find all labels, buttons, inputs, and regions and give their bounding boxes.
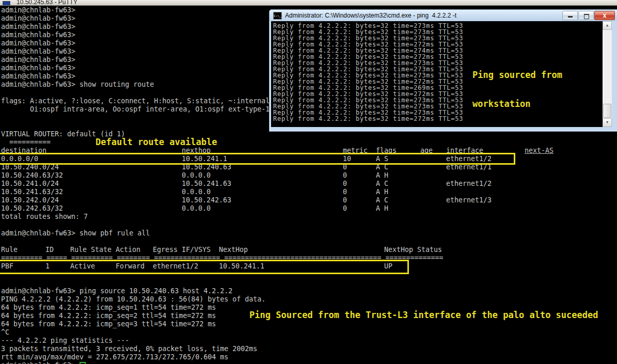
annotation-workstation-ping: Ping sourced from workstation [472,51,562,118]
virtual-router-separator: ========== [1,138,51,147]
cmd-window-title: Administrator: C:\Windows\system32\cmd.e… [285,12,456,19]
command-show-routing-route: admin@chnlab-fw63> show routing route [1,81,154,89]
route-cell: ethernet1/3 [446,196,492,204]
route-cell: 0.0.0.0 [182,204,211,213]
route-cell: A C [376,180,388,188]
putty-window-title: 10.50.245.63 - PuTTY [17,0,77,6]
cmd-icon: C:\_ [273,12,282,20]
flags-legend-line2: Oi:ospf intra-area, Oo:ospf inter-area, … [1,105,270,114]
route-cell: 10.50.242.0/24 [1,196,59,204]
maximize-icon [584,14,589,19]
route-cell: 0.0.0.0 [182,188,211,196]
terminal-line: admin@chnlab-fw63> [1,14,75,23]
flags-legend-line1: flags: A:active, ?:loose, C:connect, H:h… [1,97,270,105]
route-cell: 10.50.241.0/24 [1,180,59,188]
pbf-col-rule: Rule [1,246,18,254]
total-routes-line: total routes shown: 7 [1,213,88,221]
route-cell: A H [376,204,388,213]
route-cell: 10.50.242.63/32 [1,204,63,213]
pbf-col-nexthop: NextHop [219,246,248,254]
pbf-col-rule-state: Rule State [70,246,112,254]
putty-window-icon [3,1,10,6]
terminal-cursor [80,362,86,364]
cmd-window-controls: x [562,11,615,20]
ping-header-line: PING 4.2.2.2 (4.2.2.2) from 10.50.240.63… [1,295,265,304]
minimize-icon [568,16,573,18]
command-show-pbf: admin@chnlab-fw63> show pbf rule all [1,229,150,238]
annotation-default-route: Default route available [96,137,217,147]
annotation-line: workstation [472,99,562,109]
route-cell: 0 [343,180,347,188]
route-cell: 0.0.0.0 [182,171,211,180]
route-cell: A C [376,196,388,204]
route-cell: 0 [343,171,347,180]
maximize-button[interactable] [578,11,594,20]
terminal-line: admin@chnlab-fw63> [1,64,75,72]
cmd-titlebar[interactable]: C:\_ Administrator: C:\Windows\system32\… [270,10,617,21]
terminal-line: admin@chnlab-fw63> [1,56,75,64]
annotation-trust-l3-ping: Ping Sourced from the Trust-L3 interface… [249,310,598,320]
ping-stats-header: --- 4.2.2.2 ping statistics --- [1,337,129,345]
route-cell: 10.50.241.63/32 [1,188,63,196]
scrollbar-thumb[interactable] [603,104,611,118]
ctrl-c-line: ^C [1,328,9,337]
pbf-col-status: NextHop Status [384,246,442,254]
highlight-box-pbf-rule [0,260,409,274]
terminal-line: admin@chnlab-fw63> [1,48,75,56]
route-cell: 10.50.240.63/32 [1,171,63,180]
route-cell: 10.50.242.63 [182,196,231,204]
terminal-line: admin@chnlab-fw63> [1,23,75,31]
scroll-down-arrow-icon[interactable]: ▼ [603,118,612,127]
route-cell: 0 [343,204,347,213]
ping-stats-packets: 3 packets transmitted, 3 received, 0% pa… [1,345,257,353]
ping-reply-line: 64 bytes from 4.2.2.2: icmp_seq=1 ttl=54… [1,304,216,312]
route-cell: ethernet1/2 [446,180,492,188]
putty-titlebar[interactable]: 10.50.245.63 - PuTTY [0,0,617,6]
pbf-col-id: ID [45,246,54,254]
scroll-up-arrow-icon[interactable]: ▲ [603,21,612,30]
route-col-next-as: next-AS [525,147,553,155]
cmd-scrollbar[interactable]: ▲ ▼ [603,21,612,127]
terminal-line: admin@chnlab-fw63> [1,6,75,14]
pbf-col-action: Action [116,246,140,254]
terminal-line: admin@chnlab-fw63> [1,31,75,39]
screen: { "putty": { "title": "10.50.245.63 - Pu… [0,0,617,364]
route-cell: A H [376,171,388,180]
cmd-window: C:\_ Administrator: C:\Windows\system32\… [269,9,617,132]
command-ping-source: admin@chnlab-fw63> ping source 10.50.240… [1,287,232,295]
cmd-reply-line: Reply from 4.2.2.2: bytes=32 time=272ms … [273,116,463,122]
terminal-line: admin@chnlab-fw63> [1,72,75,81]
route-cell: A H [376,188,388,196]
terminal-line: admin@chnlab-fw63> [1,39,75,48]
pbf-col-egress: Egress IF/VSYS [153,246,211,254]
route-cell: 0 [343,196,347,204]
close-button[interactable]: x [594,11,615,20]
highlight-box-default-route [0,153,515,165]
annotation-line: Ping sourced from [472,70,562,80]
route-cell: 0 [343,188,347,196]
minimize-button[interactable] [562,11,578,20]
route-cell: 10.50.241.63 [182,180,231,188]
ping-reply-line: 64 bytes from 4.2.2.2: icmp_seq=2 ttl=54… [1,312,216,320]
terminal-prompt-partial: admin@chnlab-fw63> [1,361,75,364]
ping-stats-rtt: rtt min/avg/max/mdev = 272.675/272.713/2… [1,353,228,361]
ping-reply-line: 64 bytes from 4.2.2.2: icmp_seq=3 ttl=54… [1,320,216,328]
